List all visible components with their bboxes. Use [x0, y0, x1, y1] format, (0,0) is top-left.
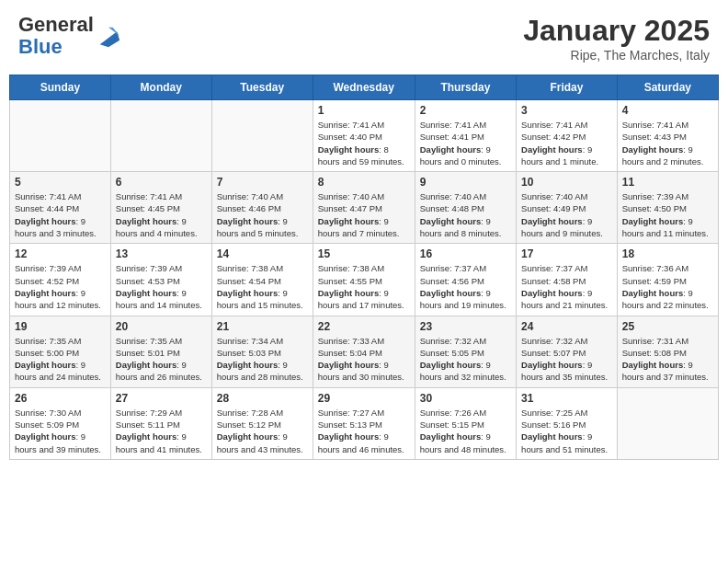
calendar-cell: 13Sunrise: 7:39 AMSunset: 4:53 PMDayligh…	[110, 244, 211, 316]
calendar-cell: 19Sunrise: 7:35 AMSunset: 5:00 PMDayligh…	[10, 316, 111, 387]
calendar-cell: 8Sunrise: 7:40 AMSunset: 4:47 PMDaylight…	[313, 172, 415, 244]
calendar-cell: 21Sunrise: 7:34 AMSunset: 5:03 PMDayligh…	[211, 316, 313, 387]
calendar-day-header: Saturday	[617, 75, 718, 100]
calendar-week-row: 12Sunrise: 7:39 AMSunset: 4:52 PMDayligh…	[10, 244, 719, 316]
day-info: Sunrise: 7:38 AMSunset: 4:54 PMDaylight …	[217, 262, 308, 311]
day-info: Sunrise: 7:31 AMSunset: 5:08 PMDaylight …	[622, 335, 713, 384]
day-number: 8	[318, 176, 410, 189]
calendar-day-header: Sunday	[10, 75, 111, 100]
day-info: Sunrise: 7:41 AMSunset: 4:44 PMDaylight …	[15, 190, 106, 239]
calendar-cell: 23Sunrise: 7:32 AMSunset: 5:05 PMDayligh…	[415, 316, 516, 387]
day-number: 29	[318, 392, 410, 405]
calendar-day-header: Thursday	[415, 75, 516, 100]
calendar-cell: 31Sunrise: 7:25 AMSunset: 5:16 PMDayligh…	[517, 387, 618, 459]
day-number: 10	[521, 176, 612, 189]
calendar-cell: 17Sunrise: 7:37 AMSunset: 4:58 PMDayligh…	[517, 244, 618, 316]
calendar-day-header: Monday	[110, 75, 211, 100]
day-number: 2	[420, 104, 511, 117]
day-info: Sunrise: 7:39 AMSunset: 4:52 PMDaylight …	[15, 262, 106, 311]
day-info: Sunrise: 7:40 AMSunset: 4:49 PMDaylight …	[521, 190, 612, 239]
day-info: Sunrise: 7:39 AMSunset: 4:53 PMDaylight …	[116, 262, 207, 311]
day-number: 22	[318, 320, 410, 333]
calendar-cell: 18Sunrise: 7:36 AMSunset: 4:59 PMDayligh…	[617, 244, 718, 316]
day-info: Sunrise: 7:28 AMSunset: 5:12 PMDaylight …	[217, 407, 308, 455]
day-number: 1	[318, 104, 410, 117]
calendar-cell: 11Sunrise: 7:39 AMSunset: 4:50 PMDayligh…	[617, 172, 718, 244]
calendar-cell: 24Sunrise: 7:32 AMSunset: 5:07 PMDayligh…	[517, 316, 618, 387]
day-number: 24	[521, 320, 612, 333]
calendar-cell	[110, 100, 211, 172]
calendar-cell	[617, 387, 718, 459]
calendar-cell: 20Sunrise: 7:35 AMSunset: 5:01 PMDayligh…	[110, 316, 211, 387]
day-number: 3	[521, 104, 612, 117]
day-number: 19	[15, 320, 106, 333]
day-info: Sunrise: 7:33 AMSunset: 5:04 PMDaylight …	[318, 335, 410, 384]
day-info: Sunrise: 7:35 AMSunset: 5:00 PMDaylight …	[15, 335, 106, 384]
day-number: 11	[622, 176, 713, 189]
calendar-cell: 9Sunrise: 7:40 AMSunset: 4:48 PMDaylight…	[415, 172, 516, 244]
calendar-cell: 4Sunrise: 7:41 AMSunset: 4:43 PMDaylight…	[617, 100, 718, 172]
day-number: 30	[420, 392, 511, 405]
day-info: Sunrise: 7:41 AMSunset: 4:41 PMDaylight …	[420, 119, 511, 167]
day-info: Sunrise: 7:41 AMSunset: 4:45 PMDaylight …	[116, 190, 207, 239]
calendar-cell: 10Sunrise: 7:40 AMSunset: 4:49 PMDayligh…	[517, 172, 618, 244]
calendar-week-row: 1Sunrise: 7:41 AMSunset: 4:40 PMDaylight…	[10, 100, 719, 172]
day-info: Sunrise: 7:39 AMSunset: 4:50 PMDaylight …	[622, 190, 713, 239]
calendar-day-header: Friday	[517, 75, 618, 100]
day-number: 13	[116, 247, 207, 260]
calendar-cell: 1Sunrise: 7:41 AMSunset: 4:40 PMDaylight…	[313, 100, 415, 172]
calendar-cell: 14Sunrise: 7:38 AMSunset: 4:54 PMDayligh…	[211, 244, 313, 316]
day-info: Sunrise: 7:37 AMSunset: 4:56 PMDaylight …	[420, 262, 511, 311]
day-info: Sunrise: 7:29 AMSunset: 5:11 PMDaylight …	[116, 407, 207, 455]
day-number: 18	[622, 247, 713, 260]
calendar-cell: 12Sunrise: 7:39 AMSunset: 4:52 PMDayligh…	[10, 244, 111, 316]
day-info: Sunrise: 7:26 AMSunset: 5:15 PMDaylight …	[420, 407, 511, 455]
day-info: Sunrise: 7:25 AMSunset: 5:16 PMDaylight …	[521, 407, 612, 455]
calendar-cell: 3Sunrise: 7:41 AMSunset: 4:42 PMDaylight…	[517, 100, 618, 172]
logo-blue-text: Blue	[18, 35, 63, 58]
calendar-cell: 16Sunrise: 7:37 AMSunset: 4:56 PMDayligh…	[415, 244, 516, 316]
calendar-cell: 2Sunrise: 7:41 AMSunset: 4:41 PMDaylight…	[415, 100, 516, 172]
day-info: Sunrise: 7:37 AMSunset: 4:58 PMDaylight …	[521, 262, 612, 311]
title-block: January 2025 Ripe, The Marches, Italy	[523, 14, 710, 63]
calendar-cell	[211, 100, 313, 172]
day-number: 26	[15, 392, 106, 405]
day-number: 20	[116, 320, 207, 333]
day-number: 16	[420, 247, 511, 260]
day-number: 7	[217, 176, 308, 189]
calendar-header-row: SundayMondayTuesdayWednesdayThursdayFrid…	[10, 75, 719, 100]
day-number: 17	[521, 247, 612, 260]
calendar-week-row: 19Sunrise: 7:35 AMSunset: 5:00 PMDayligh…	[10, 316, 719, 387]
calendar-cell: 27Sunrise: 7:29 AMSunset: 5:11 PMDayligh…	[110, 387, 211, 459]
day-number: 28	[217, 392, 308, 405]
calendar-day-header: Tuesday	[211, 75, 313, 100]
day-info: Sunrise: 7:27 AMSunset: 5:13 PMDaylight …	[318, 407, 410, 455]
calendar-cell: 6Sunrise: 7:41 AMSunset: 4:45 PMDaylight…	[110, 172, 211, 244]
day-info: Sunrise: 7:36 AMSunset: 4:59 PMDaylight …	[622, 262, 713, 311]
day-number: 9	[420, 176, 511, 189]
day-number: 15	[318, 247, 410, 260]
day-info: Sunrise: 7:40 AMSunset: 4:46 PMDaylight …	[217, 190, 308, 239]
calendar-cell	[10, 100, 111, 172]
calendar-cell: 15Sunrise: 7:38 AMSunset: 4:55 PMDayligh…	[313, 244, 415, 316]
day-number: 5	[15, 176, 106, 189]
day-info: Sunrise: 7:41 AMSunset: 4:43 PMDaylight …	[622, 119, 713, 167]
day-info: Sunrise: 7:41 AMSunset: 4:42 PMDaylight …	[521, 119, 612, 167]
day-number: 6	[116, 176, 207, 189]
day-info: Sunrise: 7:40 AMSunset: 4:48 PMDaylight …	[420, 190, 511, 239]
day-info: Sunrise: 7:40 AMSunset: 4:47 PMDaylight …	[318, 190, 410, 239]
day-number: 21	[217, 320, 308, 333]
day-number: 14	[217, 247, 308, 260]
calendar-cell: 25Sunrise: 7:31 AMSunset: 5:08 PMDayligh…	[617, 316, 718, 387]
calendar-cell: 30Sunrise: 7:26 AMSunset: 5:15 PMDayligh…	[415, 387, 516, 459]
day-number: 23	[420, 320, 511, 333]
calendar-day-header: Wednesday	[313, 75, 415, 100]
logo: General Blue	[18, 14, 121, 58]
calendar-cell: 26Sunrise: 7:30 AMSunset: 5:09 PMDayligh…	[10, 387, 111, 459]
calendar-table: SundayMondayTuesdayWednesdayThursdayFrid…	[9, 75, 719, 460]
calendar-week-row: 5Sunrise: 7:41 AMSunset: 4:44 PMDaylight…	[10, 172, 719, 244]
day-number: 31	[521, 392, 612, 405]
calendar-cell: 5Sunrise: 7:41 AMSunset: 4:44 PMDaylight…	[10, 172, 111, 244]
calendar-cell: 22Sunrise: 7:33 AMSunset: 5:04 PMDayligh…	[313, 316, 415, 387]
day-info: Sunrise: 7:32 AMSunset: 5:05 PMDaylight …	[420, 335, 511, 384]
